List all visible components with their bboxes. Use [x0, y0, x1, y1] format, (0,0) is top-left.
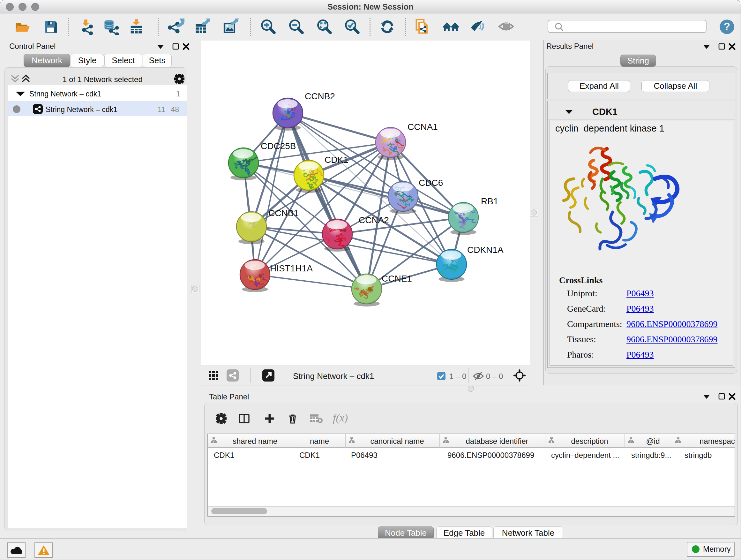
svg-text:CDK1: CDK1 [325, 155, 348, 165]
svg-text:CCNB1: CCNB1 [268, 208, 299, 218]
svg-text:CCNE1: CCNE1 [382, 273, 412, 284]
svg-text:CCNA1: CCNA1 [408, 122, 438, 132]
svg-text:CDC25B: CDC25B [261, 141, 296, 151]
svg-text:CCNA2: CCNA2 [359, 215, 389, 225]
svg-text:?: ? [724, 21, 730, 32]
svg-text:HIST1H1A: HIST1H1A [270, 263, 313, 273]
svg-text:CDKN1A: CDKN1A [467, 245, 503, 255]
svg-text:RB1: RB1 [481, 196, 498, 206]
svg-text:CCNB2: CCNB2 [305, 91, 335, 101]
svg-text:CDC6: CDC6 [419, 178, 443, 188]
